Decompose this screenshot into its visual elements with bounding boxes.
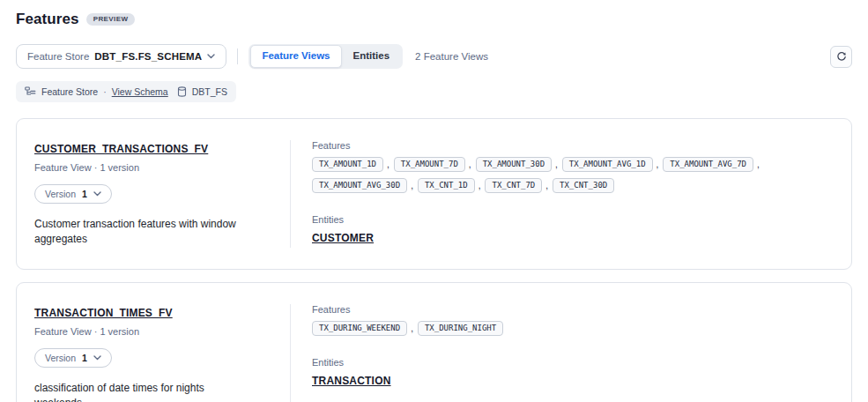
entities-section: Entities CUSTOMER (312, 214, 834, 245)
card-right-column: Features TX_DURING_WEEKEND,TX_DURING_NIG… (290, 304, 834, 402)
refresh-icon (836, 51, 847, 62)
title-row: Features PREVIEW (16, 9, 852, 30)
breadcrumb-store-label: Feature Store (41, 86, 98, 97)
chip-separator: , (479, 181, 481, 190)
entities-section: Entities TRANSACTION (312, 357, 834, 388)
entities-section-label: Entities (312, 214, 834, 225)
feature-view-title-link[interactable]: CUSTOMER_TRANSACTIONS_FV (34, 143, 208, 155)
feature-chip: TX_CNT_1D (418, 178, 475, 193)
breadcrumb: Feature Store · View Schema DBT_FS (16, 81, 236, 102)
tab-entities[interactable]: Entities (342, 45, 402, 68)
chip-separator: , (387, 160, 389, 169)
preview-badge: PREVIEW (86, 13, 136, 26)
breadcrumb-separator: · (103, 86, 107, 97)
feature-view-description: classification of date times for nights … (34, 381, 255, 402)
feature-chip: TX_DURING_WEEKEND (312, 321, 407, 336)
feature-store-select[interactable]: Feature Store DBT_FS.FS_SCHEMA (16, 44, 226, 69)
features-page: Features PREVIEW Feature Store DBT_FS.FS… (0, 0, 868, 402)
feature-chip: TX_AMOUNT_30D (476, 157, 552, 172)
card-right-column: Features TX_AMOUNT_1D,TX_AMOUNT_7D,TX_AM… (290, 140, 834, 248)
features-section-label: Features (312, 140, 834, 151)
chip-separator: , (757, 160, 760, 169)
view-schema-link[interactable]: View Schema (112, 86, 168, 97)
feature-view-meta: Feature View · 1 version (34, 162, 269, 173)
features-chip-list: TX_DURING_WEEKEND,TX_DURING_NIGHT (312, 321, 834, 336)
feature-view-list: CUSTOMER_TRANSACTIONS_FV Feature View · … (16, 118, 852, 402)
features-chip-list: TX_AMOUNT_1D,TX_AMOUNT_7D,TX_AMOUNT_30D,… (312, 157, 834, 193)
schema-tree-icon (25, 86, 36, 97)
breadcrumb-db-name: DBT_FS (192, 86, 227, 97)
version-label: Version (45, 189, 76, 199)
feature-chip: TX_AMOUNT_AVG_1D (562, 157, 653, 172)
view-tabs: Feature Views Entities (249, 44, 403, 69)
chip-separator: , (469, 160, 471, 169)
feature-view-meta: Feature View · 1 version (34, 326, 269, 337)
chevron-down-icon (207, 54, 215, 59)
chevron-down-icon (93, 355, 101, 361)
feature-chip: TX_CNT_7D (485, 178, 542, 193)
feature-chip: TX_CNT_30D (553, 178, 614, 193)
feature-chip: TX_DURING_NIGHT (418, 321, 503, 336)
features-section-label: Features (312, 304, 834, 315)
chip-separator: , (555, 160, 558, 169)
entities-link-list: CUSTOMER (312, 225, 834, 245)
feature-chip: TX_AMOUNT_AVG_30D (312, 178, 407, 193)
feature-views-count: 2 Feature Views (415, 51, 488, 62)
feature-view-card: TRANSACTION_TIMES_FV Feature View · 1 ve… (16, 282, 852, 402)
version-label: Version (45, 353, 76, 363)
feature-chip: TX_AMOUNT_7D (394, 157, 465, 172)
entity-link[interactable]: TRANSACTION (312, 375, 391, 387)
chevron-down-icon (93, 191, 101, 197)
chip-separator: , (411, 324, 413, 333)
feature-store-label: Feature Store (27, 51, 89, 62)
chip-separator: , (411, 181, 413, 190)
database-icon (177, 86, 187, 97)
entities-section-label: Entities (312, 357, 834, 368)
toolbar-divider (237, 48, 238, 64)
card-left-column: TRANSACTION_TIMES_FV Feature View · 1 ve… (34, 304, 290, 402)
feature-view-title-link[interactable]: TRANSACTION_TIMES_FV (34, 307, 173, 319)
feature-view-description: Customer transaction features with windo… (34, 217, 255, 248)
feature-chip: TX_AMOUNT_AVG_7D (663, 157, 753, 172)
refresh-button[interactable] (830, 46, 852, 68)
tab-feature-views[interactable]: Feature Views (250, 45, 341, 68)
version-value: 1 (82, 353, 87, 363)
feature-store-value: DBT_FS.FS_SCHEMA (94, 51, 202, 62)
version-value: 1 (82, 189, 87, 199)
page-title: Features (16, 11, 79, 28)
card-left-column: CUSTOMER_TRANSACTIONS_FV Feature View · … (34, 140, 290, 248)
chip-separator: , (545, 181, 548, 190)
feature-view-card: CUSTOMER_TRANSACTIONS_FV Feature View · … (16, 118, 852, 270)
version-select[interactable]: Version 1 (34, 348, 112, 368)
feature-chip: TX_AMOUNT_1D (312, 157, 383, 172)
controls-row: Feature Store DBT_FS.FS_SCHEMA Feature V… (16, 44, 852, 69)
version-select[interactable]: Version 1 (34, 184, 112, 204)
entity-link[interactable]: CUSTOMER (312, 232, 374, 244)
chip-separator: , (657, 160, 659, 169)
entities-link-list: TRANSACTION (312, 368, 834, 388)
